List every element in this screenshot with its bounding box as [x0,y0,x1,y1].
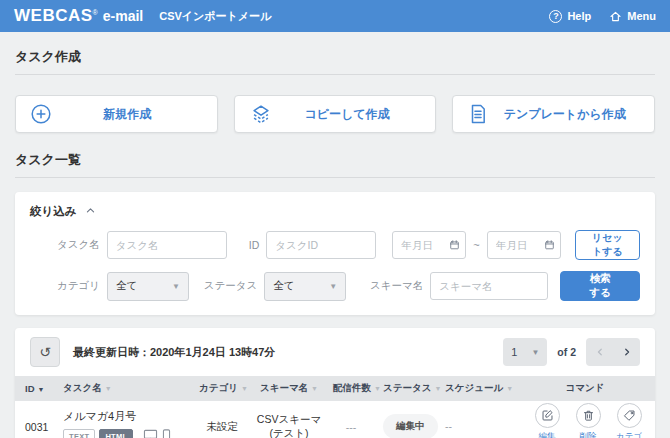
help-icon: ? [549,10,562,23]
category-cell: 未設定 [195,401,249,438]
category-select-value: 全て [116,279,137,293]
sort-desc-icon[interactable]: ▼ [38,386,45,393]
logo-suffix: e-mail [103,8,143,24]
sort-icon[interactable]: ▼ [105,385,112,392]
chevron-up-icon [85,205,96,218]
task-name-text: メルマガ4月号 [63,409,191,424]
chevron-down-icon: ▼ [329,282,337,291]
mobile-icon [162,429,171,438]
prev-page-button[interactable] [586,338,613,366]
page-select[interactable]: 1 ▼ [503,338,547,366]
schedule-text: -- [445,418,511,435]
top-bar: WEBCAS® e-mail CSVインポートメール ? Help Menu [0,0,670,32]
table-row: 0031 メルマガ4月号 TEXTHTML 未設定 CSVスキーマ(テスト) -… [15,401,655,438]
home-icon [609,10,622,23]
menu-label: Menu [627,10,656,22]
refresh-icon: ↺ [39,344,51,360]
date-separator: ~ [473,239,479,251]
col-header-category[interactable]: カテゴリ▼ [195,376,249,401]
status-cell: 編集中 [373,401,435,438]
registered-mark: ® [93,9,98,16]
desktop-icon [143,429,158,438]
create-template-label: テンプレートから作成 [489,106,640,123]
app-name: CSVインポートメール [159,9,271,24]
refresh-button[interactable]: ↺ [30,337,60,367]
task-id-cell: 0031 [15,401,53,438]
command-delete[interactable]: 削除 [571,403,605,438]
task-name-input[interactable] [107,231,227,259]
task-name-cell: メルマガ4月号 TEXTHTML [53,401,195,438]
logo-text: WEBCAS [14,6,93,26]
create-copy-button[interactable]: コピーして作成 [234,95,437,133]
status-badge: 編集中 [383,414,438,438]
col-header-id[interactable]: ID▼ [15,376,53,401]
command-category-setting[interactable]: カテゴリ設定 [612,403,646,438]
reset-button[interactable]: リセットする [575,230,640,260]
filter-collapse-toggle[interactable]: 絞り込み [30,204,640,219]
sort-icon[interactable]: ▼ [311,385,318,392]
col-header-status[interactable]: ステータス▼ [373,376,435,401]
task-table-body: 0031 メルマガ4月号 TEXTHTML 未設定 CSVスキーマ(テスト) -… [15,401,655,438]
help-link[interactable]: ? Help [549,10,591,23]
col-header-task-name[interactable]: タスク名▼ [53,376,195,401]
next-page-button[interactable] [613,338,640,366]
template-document-icon [467,103,489,125]
page-select-value: 1 [511,346,517,358]
filter-panel: 絞り込み タスク名 ID ~ リセットする カテゴリ 全て ▼ [15,192,655,315]
command-label: 編集 [539,431,556,438]
category-select[interactable]: 全て ▼ [107,272,189,301]
schema-cell: CSVスキーマ(テスト) [249,401,329,438]
sort-icon[interactable]: ▼ [374,385,381,392]
webcas-logo: WEBCAS® e-mail CSVインポートメール [14,6,271,26]
col-header-command: コマンド [515,376,655,401]
status-select-value: 全て [273,279,294,293]
status-select[interactable]: 全て ▼ [264,272,346,301]
command-label: 削除 [580,431,597,438]
command-edit[interactable]: 編集 [530,403,564,438]
task-id-label: ID [249,239,260,251]
last-updated-text: 最終更新日時：2020年1月24日 13時47分 [73,345,275,360]
task-table-card: ↺ 最終更新日時：2020年1月24日 13時47分 1 ▼ of 2 [15,328,655,438]
category-label: カテゴリ [57,279,100,293]
table-header-row: ID▼ タスク名▼ カテゴリ▼ スキーマ名▼ 配信件数▼ ステータス▼ スケジュ… [15,376,655,401]
sort-icon[interactable]: ▼ [434,385,441,392]
command-label: カテゴリ設定 [612,431,646,438]
create-copy-label: コピーして作成 [273,106,422,123]
search-button[interactable]: 検索する [560,271,640,301]
trash-icon [576,403,601,428]
format-badge-html: HTML [99,429,133,438]
date-from-input[interactable] [392,231,466,259]
col-header-count[interactable]: 配信件数▼ [329,376,373,401]
col-header-schedule[interactable]: スケジュール▼ [435,376,515,401]
col-header-schema[interactable]: スキーマ名▼ [249,376,329,401]
plus-circle-icon [30,103,52,125]
edit-icon [535,403,560,428]
status-label: ステータス [204,279,257,293]
chevron-down-icon: ▼ [172,282,180,291]
page-total-text: of 2 [557,346,576,358]
create-template-button[interactable]: テンプレートから作成 [452,95,655,133]
task-name-label: タスク名 [57,238,100,252]
sort-icon[interactable]: ▼ [506,385,513,392]
copy-layers-icon [249,102,273,126]
menu-link[interactable]: Menu [609,10,656,23]
chevron-down-icon: ▼ [531,348,539,357]
sort-icon[interactable]: ▼ [241,385,248,392]
task-table: ID▼ タスク名▼ カテゴリ▼ スキーマ名▼ 配信件数▼ ステータス▼ スケジュ… [15,376,655,438]
help-label: Help [567,10,591,22]
count-cell: --- [329,401,373,438]
task-create-title: タスク作成 [15,32,655,75]
schema-name-input[interactable] [430,272,548,300]
schema-name-label: スキーマ名 [370,279,423,293]
task-list-title: タスク一覧 [15,139,655,178]
create-new-button[interactable]: 新規作成 [15,95,218,133]
create-new-label: 新規作成 [52,106,203,123]
task-id-input[interactable] [266,231,376,259]
pagination: 1 ▼ of 2 [503,338,640,366]
filter-title: 絞り込み [30,204,77,219]
commands-cell: 編集 削除 カテゴリ設定 [515,401,655,438]
schedule-cell: -- [435,401,515,438]
format-badge-text: TEXT [63,429,95,438]
date-to-input[interactable] [487,231,561,259]
tag-icon [617,403,642,428]
